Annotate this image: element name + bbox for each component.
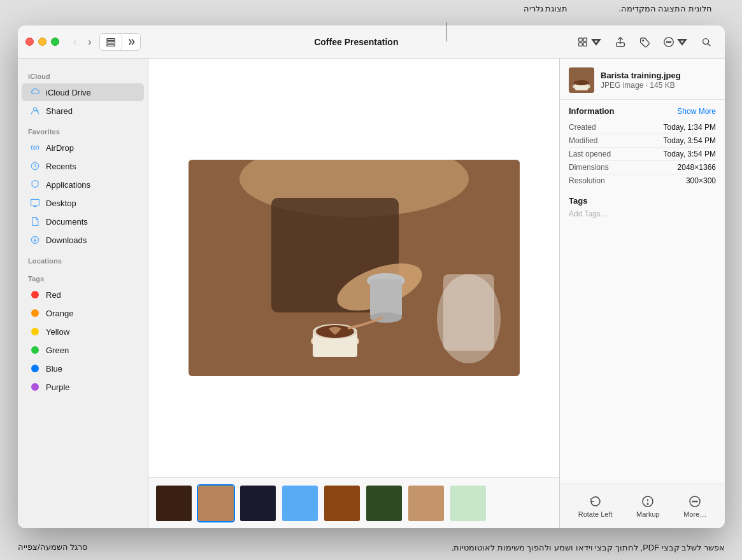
sidebar-item-documents[interactable]: Documents [22,213,144,230]
more-icon [688,494,702,508]
thumbnail-3[interactable] [281,484,319,522]
toolbar: ‹ › Coffee Presen [18,25,725,59]
fullscreen-button[interactable] [51,38,59,46]
svg-rect-2 [106,44,115,46]
desktop-label: Desktop [46,199,76,208]
sidebar-item-applications[interactable]: Applications [22,176,144,193]
thumbnail-inner-4 [324,486,360,521]
sidebar-item-shared[interactable]: Shared [22,102,144,120]
view-toggle-button[interactable] [122,34,140,50]
main-layout: iCloud iCloud Drive [18,59,725,528]
info-filename: Barista training.jpeg [601,71,681,81]
rotate-left-label: Rotate Left [578,510,613,518]
sidebar: iCloud iCloud Drive [18,59,148,528]
svg-line-16 [708,43,711,46]
thumbnail-inner-1 [198,486,234,521]
search-button[interactable] [696,33,717,51]
info-filetype: JPEG image · 145 KB [601,81,681,90]
info-row-dimensions: Dimensions 2048×1366 [569,161,716,174]
sidebar-item-tag-purple[interactable]: Purple [22,378,144,396]
svg-rect-4 [583,38,587,41]
sidebar-item-downloads[interactable]: Downloads [22,231,144,249]
info-panel: Barista training.jpeg JPEG image · 145 K… [559,59,725,528]
thumbnail-1[interactable] [197,484,235,522]
sidebar-item-desktop[interactable]: Desktop [22,194,144,212]
info-section-header: Information Show More [569,106,716,116]
rotate-left-button[interactable]: Rotate Left [572,491,619,522]
markup-button[interactable]: Markup [630,491,666,522]
thumbnail-inner-0 [156,486,192,521]
coffee-scene-svg [189,160,520,376]
info-header: Barista training.jpeg JPEG image · 145 K… [560,59,725,100]
content-area [148,59,559,528]
thumbnail-inner-7 [450,486,486,521]
svg-point-11 [666,41,667,43]
preview-image [189,160,520,376]
purple-tag-icon [29,381,41,393]
svg-rect-37 [443,274,494,351]
thumbnail-0[interactable] [155,484,193,522]
svg-rect-0 [106,38,115,40]
svg-rect-5 [579,42,582,45]
info-row-resolution: Resolution 300×300 [569,174,716,187]
svg-point-45 [692,501,694,502]
downloads-icon [29,234,41,246]
sidebar-item-airdrop[interactable]: AirDrop [22,139,144,157]
svg-point-15 [703,38,709,44]
svg-point-43 [648,503,649,505]
info-thumb-image [569,67,594,93]
bottom-right-annotation: אפשר לשלב קבצי PDF, לחתוך קבצי וידאו ושמ… [452,542,725,554]
thumbnail-inner-5 [366,486,402,521]
share-button[interactable] [610,33,631,51]
group-view-button[interactable] [572,33,607,51]
tags-section-label: Tags [18,267,148,285]
back-button[interactable]: ‹ [69,34,80,50]
window-title: Coffee Presentation [152,37,560,47]
gallery-view-annotation: תצוגת גלריה [524,4,568,13]
sidebar-item-recents[interactable]: Recents [22,157,144,175]
svg-marker-7 [593,39,600,44]
thumbnail-6[interactable] [407,484,445,522]
tag-button[interactable] [634,33,655,51]
svg-rect-3 [579,38,582,41]
finder-window: ‹ › Coffee Presen [18,25,725,528]
sidebar-item-tag-green[interactable]: Green [22,341,144,359]
svg-rect-1 [106,41,115,43]
tags-title: Tags [569,196,716,206]
applications-icon [29,179,41,190]
thumbnail-5[interactable] [365,484,403,522]
thumbnail-4[interactable] [323,484,361,522]
sidebar-item-tag-red[interactable]: Red [22,286,144,304]
airdrop-icon [29,142,41,153]
info-rows: Created Today, 1:34 PM Modified Today, 3… [569,121,716,187]
preview-panel-annotation: חלונית התצוגה המקדימה. [618,4,712,13]
sidebar-item-tag-yellow[interactable]: Yellow [22,323,144,340]
show-more-button[interactable]: Show More [677,107,716,116]
view-gallery-button[interactable] [100,34,122,50]
add-tags-input[interactable]: Add Tags… [569,209,716,218]
close-button[interactable] [25,38,34,46]
info-file-details: Barista training.jpeg JPEG image · 145 K… [601,71,681,90]
documents-icon [29,216,41,227]
forward-button[interactable]: › [84,34,95,50]
thumbnail-inner-6 [408,486,444,521]
svg-point-9 [643,39,644,41]
info-footer: Rotate Left Markup [560,484,725,528]
thumbnail-7[interactable] [449,484,487,522]
more-button[interactable] [658,33,693,51]
minimize-button[interactable] [38,38,46,46]
sidebar-item-icloud-drive[interactable]: iCloud Drive [22,83,144,101]
thumbnail-2[interactable] [239,484,277,522]
sidebar-item-tag-orange[interactable]: Orange [22,304,144,322]
thumbnail-inner-3 [282,486,318,521]
desktop-icon [29,197,41,209]
recents-icon [29,160,41,172]
shared-label: Shared [46,106,73,116]
svg-point-46 [694,501,696,502]
recents-label: Recents [46,162,76,171]
info-row-created: Created Today, 1:34 PM [569,121,716,134]
more-actions-button[interactable]: More… [677,491,713,522]
sidebar-item-tag-blue[interactable]: Blue [22,360,144,377]
more-actions-label: More… [683,510,706,518]
tags-section: Tags Add Tags… [569,196,716,218]
